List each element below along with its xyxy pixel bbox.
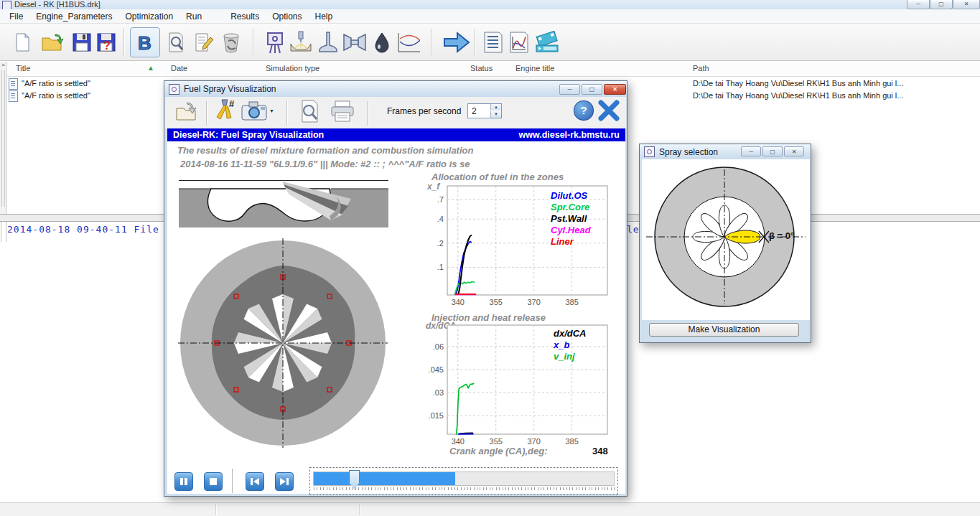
column-path[interactable]: Path bbox=[693, 64, 709, 72]
dialog-minimize-button[interactable]: ─ bbox=[559, 84, 580, 95]
camera-dropdown-icon[interactable]: ▼ bbox=[269, 108, 274, 113]
turbocharger-icon bbox=[342, 32, 366, 53]
row-path: D:\De tai Thay Hoang Vu\Diesel RK\H1 Bus… bbox=[693, 91, 903, 100]
edit-document-button[interactable] bbox=[192, 29, 216, 55]
legend-cyl-head: Cyl.Head bbox=[551, 225, 591, 236]
pause-button[interactable] bbox=[174, 472, 193, 491]
fps-value[interactable]: 2 bbox=[472, 106, 477, 116]
fps-label: Frames per second bbox=[387, 106, 461, 116]
column-date[interactable]: Date bbox=[171, 64, 187, 72]
svg-text:355: 355 bbox=[490, 298, 503, 306]
menu-item-help[interactable]: Help bbox=[309, 11, 340, 22]
fuel-spray-visualization-dialog: Fuel Spray Visualization ─ ▢ ✕ # ▼ Frame… bbox=[164, 80, 627, 497]
svg-text:.7: .7 bbox=[437, 195, 444, 204]
camera-icon bbox=[241, 100, 268, 121]
document-icon bbox=[9, 90, 18, 102]
turbocharger-button[interactable] bbox=[342, 29, 366, 55]
delete-results-button[interactable] bbox=[219, 29, 243, 55]
beta-angle-label: β = 0° bbox=[769, 230, 794, 241]
make-visualization-button[interactable]: Make Visualization bbox=[649, 323, 799, 337]
menu-item-options[interactable]: Options bbox=[266, 11, 308, 22]
spray-maximize-button[interactable]: ▢ bbox=[762, 146, 783, 156]
dialog-maximize-button[interactable]: ▢ bbox=[582, 84, 602, 95]
legend-spr-core: Spr.Core bbox=[551, 202, 591, 213]
fuel-drop-button[interactable] bbox=[370, 29, 394, 55]
subtitle-line2: 2014-08-16 11-11-59 "6L9.1/9.6" ||| Mode… bbox=[180, 159, 470, 169]
pane-close-icon[interactable]: × bbox=[0, 62, 6, 69]
spray-window-title: Spray selection bbox=[659, 147, 718, 157]
frame-slider[interactable] bbox=[309, 467, 618, 495]
preview-document-button[interactable] bbox=[164, 29, 188, 55]
fps-up-icon[interactable]: ▲ bbox=[490, 104, 501, 111]
results-chart-button[interactable] bbox=[507, 29, 531, 55]
step-forward-icon bbox=[279, 477, 289, 486]
subtitle-line1: The results of diesel mixture formation … bbox=[177, 145, 473, 156]
piston-bowl-top-view-image bbox=[175, 235, 391, 451]
menu-item-run[interactable]: Run bbox=[179, 11, 208, 22]
valve-button[interactable] bbox=[316, 29, 340, 55]
animation-button[interactable] bbox=[533, 29, 561, 55]
row-title: "A/F ratio is settled" bbox=[22, 91, 90, 100]
svg-text:#: # bbox=[229, 98, 235, 109]
print-button[interactable] bbox=[330, 100, 355, 125]
menu-item-engine-parameters[interactable]: Engine_Parameters bbox=[29, 11, 118, 22]
report-button[interactable] bbox=[481, 29, 505, 55]
sort-asc-icon[interactable]: ▲ bbox=[147, 64, 154, 72]
new-file-button[interactable] bbox=[10, 29, 34, 55]
spray-number-icon: # bbox=[212, 98, 239, 124]
pane-grip[interactable]: × bbox=[0, 62, 7, 214]
maximize-button[interactable]: ▢ bbox=[930, 0, 953, 9]
column-status[interactable]: Status bbox=[470, 64, 493, 72]
curves-button[interactable] bbox=[396, 29, 420, 55]
banner-left: Diesel-RK: Fuel Spray Visualization bbox=[173, 130, 324, 140]
step-back-button[interactable] bbox=[246, 472, 264, 491]
spray-minimize-button[interactable]: ─ bbox=[741, 146, 761, 156]
open-folder-icon bbox=[41, 32, 64, 53]
svg-text:340: 340 bbox=[452, 298, 465, 306]
open-results-button[interactable] bbox=[174, 100, 197, 125]
column-engine-title[interactable]: Engine title bbox=[515, 64, 554, 72]
slider-ticks bbox=[314, 487, 615, 492]
column-simulation-type[interactable]: Simulation type bbox=[266, 64, 319, 72]
open-results-icon bbox=[174, 100, 197, 123]
piston-button[interactable] bbox=[263, 29, 287, 55]
log-pane-grip[interactable] bbox=[1, 222, 6, 242]
run-button[interactable] bbox=[441, 29, 472, 55]
spray-number-button[interactable]: # bbox=[212, 98, 239, 126]
fps-down-icon[interactable]: ▼ bbox=[490, 111, 501, 118]
table-header: Title ▲ Date Simulation type Status Engi… bbox=[0, 62, 980, 77]
spray-selection-window: Spray selection ─ ▢ ✕ bbox=[639, 144, 811, 343]
project-tree-button[interactable]: B bbox=[130, 27, 160, 57]
step-forward-button[interactable] bbox=[275, 472, 294, 491]
big-close-button[interactable] bbox=[597, 99, 621, 124]
slider-thumb[interactable] bbox=[349, 470, 360, 489]
preview-document-icon bbox=[165, 32, 187, 53]
stop-button[interactable] bbox=[204, 472, 223, 491]
svg-text:.03: .03 bbox=[433, 388, 444, 397]
svg-text:.06: .06 bbox=[433, 342, 444, 351]
piston-icon bbox=[265, 31, 285, 54]
snapshot-button[interactable] bbox=[241, 100, 268, 123]
chart2-legend: dx/dCAx_bv_inj bbox=[554, 328, 587, 362]
injector-button[interactable] bbox=[289, 29, 313, 55]
fps-spinner[interactable]: 2 ▲ ▼ bbox=[467, 103, 502, 118]
project-tree-icon: B bbox=[135, 32, 155, 53]
spray-close-button[interactable]: ✕ bbox=[784, 146, 804, 156]
big-close-x-icon bbox=[597, 99, 621, 122]
pause-icon bbox=[179, 477, 188, 486]
menu-item-optimization[interactable]: Optimization bbox=[118, 11, 179, 22]
minimize-button[interactable]: ─ bbox=[907, 0, 930, 9]
print-preview-button[interactable] bbox=[298, 99, 321, 126]
svg-text:.015: .015 bbox=[429, 411, 444, 420]
help-button[interactable]: ? bbox=[574, 100, 594, 121]
svg-text:.045: .045 bbox=[429, 365, 444, 374]
open-file-button[interactable] bbox=[40, 29, 65, 55]
save-query-button[interactable]: ? bbox=[94, 29, 118, 55]
close-button[interactable]: ✕ bbox=[953, 0, 980, 9]
menu-item-file[interactable]: File bbox=[3, 11, 29, 22]
dialog-close-button[interactable]: ✕ bbox=[604, 84, 626, 95]
menu-item-results[interactable]: Results bbox=[224, 11, 266, 22]
save-button[interactable] bbox=[70, 29, 94, 55]
column-title[interactable]: Title bbox=[16, 64, 30, 72]
dialog-titlebar[interactable]: Fuel Spray Visualization bbox=[164, 81, 627, 97]
